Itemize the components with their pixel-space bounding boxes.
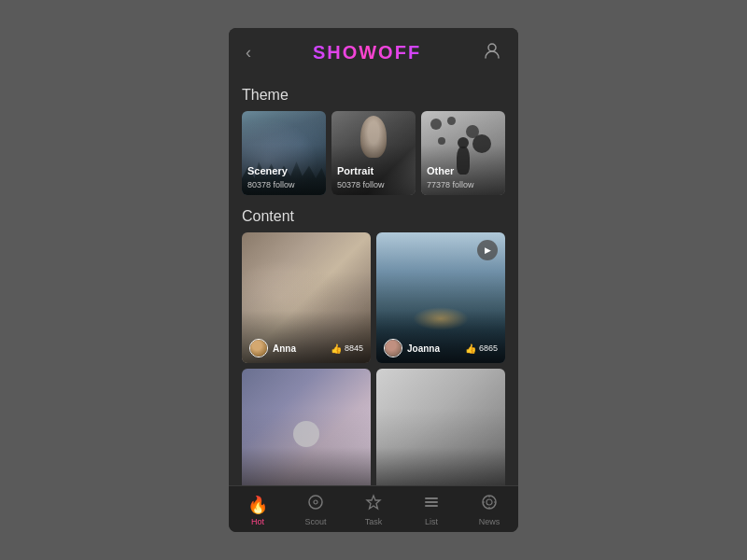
app-title: SHOWOFF (313, 42, 421, 63)
anna-username: Anna (273, 343, 296, 354)
video-badge: ▶ (477, 240, 498, 260)
svg-point-6 (483, 496, 496, 509)
joanna-avatar (384, 339, 402, 357)
list-icon (423, 494, 440, 515)
svg-point-2 (314, 500, 317, 504)
hot-label: Hot (251, 517, 264, 526)
bottom-nav: 🔥 Hot Scout Task (229, 485, 518, 532)
anna-user: Anna (249, 339, 296, 357)
scenery-label: Scenery (247, 165, 288, 176)
svg-rect-4 (425, 501, 438, 503)
scenery-follow: 80378 follow (247, 180, 295, 189)
joanna-likes: 👍 6865 (465, 343, 498, 354)
hot-icon: 🔥 (247, 495, 268, 515)
svg-rect-3 (425, 497, 438, 499)
joanna-username: Joanna (407, 343, 440, 354)
content-card-3[interactable] (242, 369, 371, 485)
content-grid: Anna 👍 8845 ▶ (242, 232, 505, 485)
play-circle (293, 421, 319, 447)
app-container: ‹ SHOWOFF Theme Scenery 80378 follow (229, 28, 518, 532)
anna-avatar (249, 339, 268, 357)
nav-item-list[interactable]: List (402, 486, 460, 532)
other-follow: 77378 follow (427, 180, 474, 189)
news-icon (481, 494, 498, 515)
theme-card-other[interactable]: Other 77378 follow (421, 111, 505, 195)
list-label: List (425, 517, 438, 526)
content-section-title: Content (242, 208, 505, 225)
content-card-joanna[interactable]: ▶ Joanna 👍 6865 (376, 232, 505, 363)
svg-point-1 (309, 496, 322, 509)
back-button[interactable]: ‹ (246, 43, 251, 63)
nav-item-scout[interactable]: Scout (287, 486, 345, 532)
theme-card-portrait[interactable]: Portrait 50378 follow (331, 111, 416, 195)
content-card-4[interactable] (376, 369, 505, 485)
anna-footer: Anna 👍 8845 (242, 333, 371, 363)
joanna-user: Joanna (384, 339, 440, 357)
scout-label: Scout (304, 517, 326, 526)
svg-point-0 (488, 44, 496, 51)
theme-row: Scenery 80378 follow Portrait 50378 foll… (242, 111, 505, 195)
profile-icon[interactable] (483, 41, 501, 64)
nav-item-hot[interactable]: 🔥 Hot (229, 486, 287, 532)
main-content: Theme Scenery 80378 follow Portrait 5037… (229, 77, 518, 485)
portrait-label: Portrait (337, 165, 374, 176)
joanna-footer: Joanna 👍 6865 (376, 333, 505, 363)
portrait-follow: 50378 follow (337, 180, 385, 189)
task-label: Task (365, 517, 383, 526)
anna-likes: 👍 8845 (331, 343, 363, 354)
content-card-anna[interactable]: Anna 👍 8845 (242, 232, 371, 363)
scout-icon (307, 494, 324, 515)
nav-item-news[interactable]: News (460, 486, 518, 532)
nav-item-task[interactable]: Task (345, 486, 402, 532)
svg-point-7 (486, 499, 492, 505)
header: ‹ SHOWOFF (229, 28, 518, 77)
theme-section-title: Theme (242, 87, 505, 104)
task-icon (365, 494, 382, 515)
theme-card-scenery[interactable]: Scenery 80378 follow (242, 111, 326, 195)
other-label: Other (427, 165, 454, 176)
news-label: News (479, 517, 500, 526)
svg-rect-5 (425, 505, 438, 507)
